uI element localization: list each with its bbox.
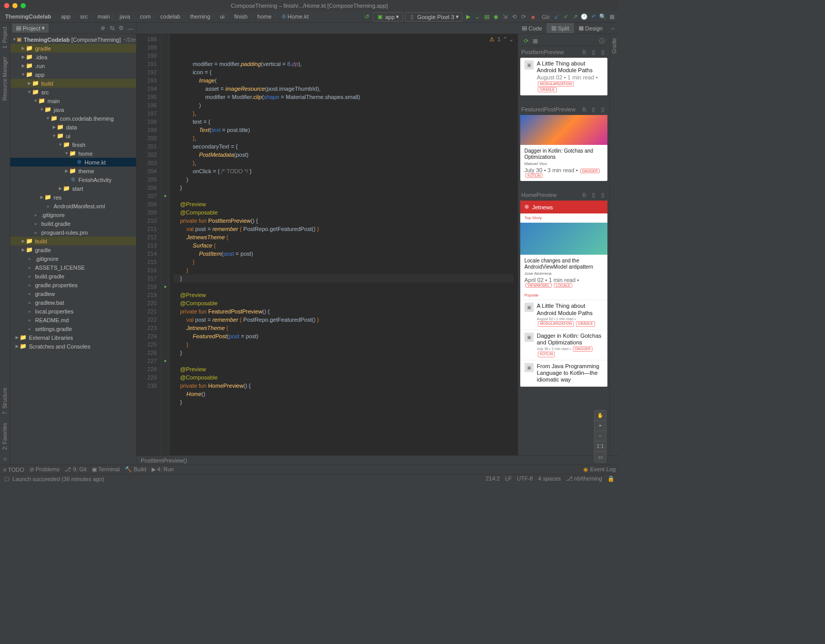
tree-item[interactable]: ❊Home.kt (10, 158, 136, 167)
deploy-preview-icon[interactable]: ▯ (590, 191, 597, 199)
search-icon[interactable]: 🔍 (599, 13, 606, 21)
code-editor[interactable]: 1881891901911921931941951961971981992002… (137, 34, 518, 455)
split-view-tab[interactable]: ▥ Split (547, 23, 573, 33)
problems-tool-button[interactable]: ⊘ Problems (29, 466, 60, 473)
phone-preview-icon[interactable]: ▯ (599, 48, 606, 56)
breadcrumb-item[interactable]: com (138, 13, 153, 20)
tree-item[interactable]: ▫gradlew (10, 289, 136, 298)
tree-item[interactable]: ▫local.properties (10, 307, 136, 316)
todo-tool-button[interactable]: ≡ TODO (3, 467, 24, 473)
run-icon[interactable]: ▶ (465, 13, 472, 21)
copy-preview-icon[interactable]: ⎘ (581, 48, 588, 56)
tree-item[interactable]: ▫AndroidManifest.xml (10, 202, 136, 210)
phone-preview-icon[interactable]: ▯ (599, 191, 606, 199)
copy-preview-icon[interactable]: ⎘ (581, 106, 588, 113)
list-item[interactable]: ▣From Java Programming Language to Kotli… (520, 360, 607, 387)
device-selector[interactable]: ▯Google Pixel 3 ▾ (405, 12, 463, 22)
terminal-tool-button[interactable]: ▣ Terminal (92, 466, 120, 473)
tree-item[interactable]: ▼📁ui (10, 131, 136, 140)
line-separator[interactable]: LF (505, 475, 512, 482)
breadcrumb-item[interactable]: finish (232, 13, 250, 20)
tree-item[interactable]: ▶📁theme (10, 167, 136, 175)
vcs-update-icon[interactable]: ↙ (553, 13, 560, 21)
hide-panel-icon[interactable]: — (127, 25, 134, 32)
ide-settings-icon[interactable]: ▦ (608, 13, 616, 21)
minimize-window[interactable] (12, 3, 18, 8)
git-tool-button[interactable]: ⎇ 9: Git (64, 466, 86, 473)
preview-card[interactable]: ▣ A Little Thing about Android Module Pa… (520, 58, 607, 95)
tree-item[interactable]: ▶📁.run (10, 61, 136, 70)
tree-item[interactable]: ▶📁res (10, 193, 136, 202)
preview-settings-icon[interactable]: ▦ (532, 38, 539, 45)
tree-item[interactable]: ▫.gitignore (10, 210, 136, 219)
code-view-tab[interactable]: ▤ Code (517, 23, 547, 33)
git-branch[interactable]: ⎇ nb/theming (566, 475, 603, 482)
tool-windows-icon[interactable]: ▢ (4, 475, 9, 482)
cursor-position[interactable]: 214:2 (486, 475, 500, 482)
tree-item[interactable]: ▼📁src (10, 88, 136, 96)
phone-preview-icon[interactable]: ▯ (599, 106, 606, 113)
zoom-out-icon[interactable]: − (595, 431, 606, 441)
file-encoding[interactable]: UTF-8 (517, 475, 533, 482)
tree-item[interactable]: ▶📁gradle (10, 44, 136, 53)
tree-item[interactable]: ▫.gitignore (10, 254, 136, 263)
breadcrumb-item[interactable]: main (95, 13, 112, 20)
pan-mode-icon[interactable]: ✋ (595, 410, 606, 421)
tree-item[interactable]: ▫README.md (10, 316, 136, 324)
tree-item[interactable]: ▫gradlew.bat (10, 298, 136, 307)
gradle-tool-button[interactable]: Gradle (612, 36, 617, 56)
make-project-icon[interactable]: ↺ (364, 13, 371, 21)
zoom-in-icon[interactable]: + (595, 421, 606, 431)
tree-item[interactable]: ▶📁build (10, 237, 136, 245)
editor-options-icon[interactable]: ↔ (609, 25, 617, 32)
breadcrumb-item[interactable]: home (255, 13, 274, 20)
preview-card[interactable]: ❊Jetnews Top Story Locale changes and th… (520, 201, 607, 387)
attach-debugger-icon[interactable]: ⇲ (502, 13, 509, 21)
favorites-tool-button[interactable]: 2: Favorites (2, 421, 8, 452)
editor-breadcrumb[interactable]: PostItemPreview() (137, 455, 619, 465)
debug-icon[interactable]: ⌄ (474, 13, 481, 21)
tree-item[interactable]: ▫build.gradle (10, 272, 136, 280)
lock-icon[interactable]: 🔒 (607, 475, 615, 482)
expand-all-icon[interactable]: ⇆ (108, 25, 116, 32)
tree-item[interactable]: ▫ASSETS_LICENSE (10, 263, 136, 272)
tree-item[interactable]: ▶📁Scratches and Consoles (10, 342, 136, 351)
tree-item[interactable]: ▶📁build (10, 79, 136, 88)
design-view-tab[interactable]: ▦ Design (574, 23, 607, 33)
tree-item[interactable]: ▼📁app (10, 70, 136, 79)
tree-item[interactable]: ▼📁finish (10, 140, 136, 149)
close-window[interactable] (4, 3, 9, 8)
editor-inspections[interactable]: ⚠ 1 ⌃ ⌄ (488, 35, 514, 43)
tree-item[interactable]: ▼📁home (10, 149, 136, 158)
preview-info-icon[interactable]: ⓘ (598, 38, 605, 45)
zoom-ratio[interactable]: 1:1 (595, 441, 606, 452)
breadcrumb-item[interactable]: ThemingCodelab (3, 13, 53, 20)
deploy-preview-icon[interactable]: ▯ (590, 48, 597, 56)
run-tool-button[interactable]: ▶ 4: Run (152, 466, 174, 473)
coverage-icon[interactable]: ▤ (483, 13, 490, 21)
tree-item[interactable]: ▶📁gradle (10, 245, 136, 254)
copy-preview-icon[interactable]: ⎘ (581, 191, 588, 199)
vcs-history-icon[interactable]: 🕐 (581, 13, 588, 21)
resource-manager-tool-button[interactable]: Resource Manager (2, 55, 8, 103)
tree-item[interactable]: ▫settings.gradle (10, 324, 136, 333)
breadcrumb-item[interactable]: ❊ Home.kt (279, 13, 311, 20)
fit-zoom-icon[interactable]: ▭ (595, 452, 606, 462)
breadcrumb-item[interactable]: src (78, 13, 90, 20)
tree-item[interactable]: ▼📁java (10, 105, 136, 114)
project-view-selector[interactable]: ▤ Project ▾ (12, 24, 48, 32)
vcs-push-icon[interactable]: ↗ (571, 13, 579, 21)
settings-icon[interactable]: ⚙ (118, 25, 125, 32)
restart-icon[interactable]: ⟳ (520, 13, 527, 21)
bottom-left-icon[interactable]: ☆ (3, 456, 8, 465)
run-config-selector[interactable]: ▣app ▾ (373, 12, 403, 22)
apply-changes-icon[interactable]: ⟲ (511, 13, 518, 21)
deploy-preview-icon[interactable]: ▯ (590, 106, 597, 113)
event-log-button[interactable]: ◉ Event Log (583, 466, 616, 473)
tree-item[interactable]: ▶📁.idea (10, 53, 136, 61)
tree-item[interactable]: ▶📁External Libraries (10, 333, 136, 342)
list-item[interactable]: ▣A Little Thing about Android Module Pat… (520, 300, 607, 329)
breadcrumb-item[interactable]: java (118, 13, 132, 20)
select-opened-file-icon[interactable]: ⊕ (99, 25, 106, 32)
tree-item[interactable]: ▶📁start (10, 184, 136, 193)
